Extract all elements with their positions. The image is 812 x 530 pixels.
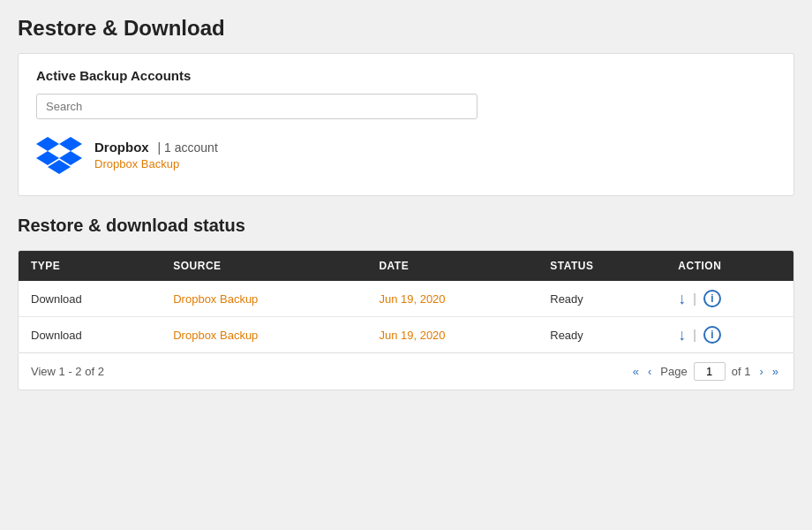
col-source: SOURCE bbox=[161, 251, 366, 281]
table-header: TYPE SOURCE DATE STATUS ACTION bbox=[19, 251, 793, 281]
page-title: Restore & Download bbox=[18, 16, 794, 41]
first-page-button[interactable]: « bbox=[630, 365, 642, 378]
page-number-input[interactable] bbox=[694, 362, 726, 381]
col-date: DATE bbox=[366, 251, 538, 281]
row2-download-button[interactable]: ↓ bbox=[678, 327, 686, 343]
row1-source[interactable]: Dropbox Backup bbox=[161, 281, 366, 317]
page-label: Page bbox=[658, 365, 689, 378]
row2-info-button[interactable]: i bbox=[703, 326, 721, 344]
pagination-bar: View 1 - 2 of 2 « ‹ Page of 1 › » bbox=[18, 353, 794, 390]
page-header: Restore & Download bbox=[0, 0, 812, 53]
account-count: | 1 account bbox=[158, 140, 218, 155]
row2-source[interactable]: Dropbox Backup bbox=[161, 317, 366, 353]
total-pages-label: of 1 bbox=[729, 365, 754, 378]
table-header-row: TYPE SOURCE DATE STATUS ACTION bbox=[19, 251, 793, 281]
dropbox-icon bbox=[36, 132, 82, 178]
status-section-title: Restore & download status bbox=[18, 216, 794, 236]
col-type: TYPE bbox=[19, 251, 161, 281]
svg-marker-0 bbox=[36, 137, 59, 151]
row2-type: Download bbox=[19, 317, 161, 353]
account-name-row: Dropbox | 1 account bbox=[94, 140, 218, 155]
row1-date: Jun 19, 2020 bbox=[366, 281, 538, 317]
table-row: Download Dropbox Backup Jun 19, 2020 Rea… bbox=[19, 317, 793, 353]
col-status: STATUS bbox=[538, 251, 665, 281]
row1-type: Download bbox=[19, 281, 161, 317]
account-row: Dropbox | 1 account Dropbox Backup bbox=[36, 132, 776, 178]
row2-date: Jun 19, 2020 bbox=[366, 317, 538, 353]
status-section-header: Restore & download status bbox=[0, 196, 812, 245]
row1-download-button[interactable]: ↓ bbox=[678, 291, 686, 307]
row2-action: ↓ | i bbox=[665, 317, 793, 353]
table-body: Download Dropbox Backup Jun 19, 2020 Rea… bbox=[19, 281, 793, 352]
row1-action-sep: | bbox=[693, 292, 696, 306]
status-table-container: TYPE SOURCE DATE STATUS ACTION Download … bbox=[18, 250, 794, 353]
account-name: Dropbox bbox=[94, 140, 149, 155]
next-page-button[interactable]: › bbox=[756, 365, 765, 378]
backup-accounts-card: Active Backup Accounts Dropbox | 1 accou… bbox=[18, 53, 794, 196]
row2-action-sep: | bbox=[693, 328, 696, 342]
row2-status: Ready bbox=[538, 317, 665, 353]
account-info: Dropbox | 1 account Dropbox Backup bbox=[94, 140, 218, 170]
card-title: Active Backup Accounts bbox=[36, 68, 776, 83]
account-link[interactable]: Dropbox Backup bbox=[94, 157, 218, 170]
status-table: TYPE SOURCE DATE STATUS ACTION Download … bbox=[19, 251, 793, 352]
row1-action: ↓ | i bbox=[665, 281, 793, 317]
prev-page-button[interactable]: ‹ bbox=[645, 365, 654, 378]
row1-status: Ready bbox=[538, 281, 665, 317]
row1-info-button[interactable]: i bbox=[703, 290, 721, 307]
svg-marker-1 bbox=[59, 137, 82, 151]
table-row: Download Dropbox Backup Jun 19, 2020 Rea… bbox=[19, 281, 793, 317]
col-action: ACTION bbox=[665, 251, 793, 281]
search-input[interactable] bbox=[36, 94, 477, 119]
view-label: View 1 - 2 of 2 bbox=[31, 365, 104, 378]
pagination-controls: « ‹ Page of 1 › » bbox=[630, 362, 781, 381]
last-page-button[interactable]: » bbox=[770, 365, 781, 378]
